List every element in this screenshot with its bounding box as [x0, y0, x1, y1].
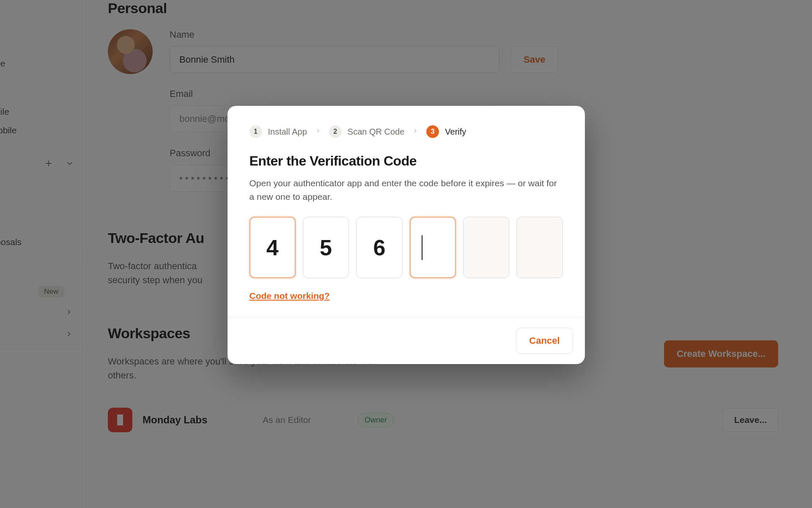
code-digit-2[interactable]: 5	[303, 217, 349, 278]
code-digit-3[interactable]: 6	[356, 217, 402, 278]
verification-code-input: 4 5 6	[250, 217, 563, 278]
step-number: 2	[329, 125, 342, 138]
modal-overlay[interactable]: 1 Install App 2 Scan QR Code 3 Verify En…	[0, 0, 812, 508]
code-digit-6[interactable]	[516, 217, 562, 278]
code-digit-5[interactable]	[463, 217, 509, 278]
step-number: 3	[426, 125, 439, 138]
step-label: Scan QR Code	[348, 127, 405, 137]
step-scan-qr[interactable]: 2 Scan QR Code	[329, 125, 405, 138]
modal-title: Enter the Verification Code	[250, 153, 563, 169]
step-number: 1	[250, 125, 262, 138]
stepper: 1 Install App 2 Scan QR Code 3 Verify	[250, 125, 563, 138]
chevron-right-icon	[412, 127, 419, 136]
step-verify[interactable]: 3 Verify	[426, 125, 466, 138]
cancel-button[interactable]: Cancel	[516, 328, 573, 354]
text-cursor	[422, 235, 422, 260]
code-not-working-link[interactable]: Code not working?	[250, 291, 330, 301]
step-install-app[interactable]: 1 Install App	[250, 125, 307, 138]
step-label: Verify	[445, 127, 466, 137]
verify-modal: 1 Install App 2 Scan QR Code 3 Verify En…	[228, 106, 585, 364]
modal-description: Open your authenticator app and enter th…	[250, 177, 562, 203]
chevron-right-icon	[315, 127, 321, 136]
step-label: Install App	[268, 127, 307, 137]
code-digit-1[interactable]: 4	[250, 217, 296, 278]
code-digit-4[interactable]	[410, 217, 456, 278]
modal-footer: Cancel	[228, 317, 585, 364]
